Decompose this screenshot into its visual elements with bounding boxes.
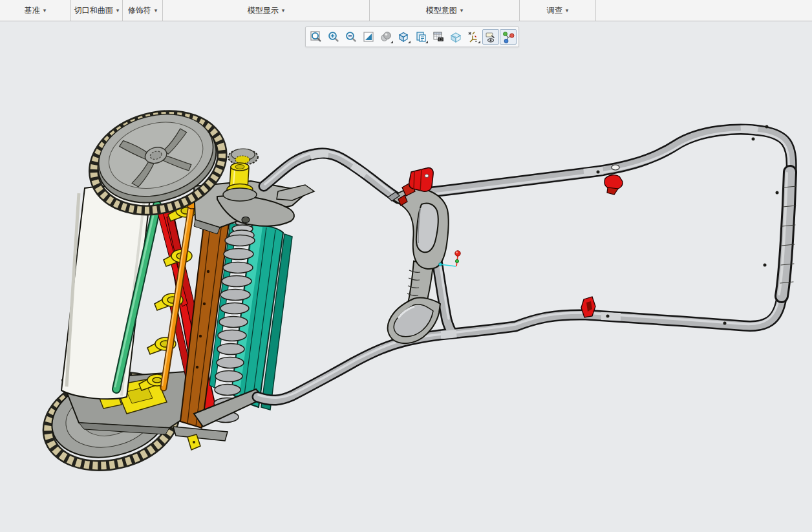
tube-sleeves: [310, 129, 758, 335]
zoom-in-button[interactable]: [325, 29, 342, 45]
ribbon-group-label: 基准: [25, 5, 40, 16]
chevron-down-icon: ▾: [566, 7, 569, 14]
repaint-button[interactable]: [360, 29, 377, 45]
spin-center-toggle[interactable]: [500, 29, 517, 45]
saved-views-button[interactable]: [412, 29, 429, 45]
chevron-down-icon: ▾: [43, 7, 47, 14]
tube-bolts: [597, 125, 779, 325]
chevron-down-icon: ▾: [460, 7, 464, 14]
shaded-sphere-icon: [379, 30, 392, 43]
display-style-button[interactable]: [395, 29, 412, 45]
ribbon-group-modifiers[interactable]: 修饰符 ▾: [123, 0, 163, 21]
spin-center-icon: [502, 30, 515, 43]
graphics-viewport[interactable]: [0, 21, 812, 532]
cad-application-window: 基准 ▾ 切口和曲面 ▾ 修饰符 ▾ 模型显示 ▾ 模型意图 ▾ 调查 ▾: [0, 0, 812, 532]
ribbon-group-label: 模型显示: [248, 5, 279, 16]
annotation-display-toggle[interactable]: [482, 29, 499, 45]
ribbon-group-label: 修饰符: [128, 5, 151, 16]
annotation-eye-icon: [484, 30, 497, 43]
in-graphics-toolbar: [305, 27, 519, 47]
ribbon-group-label: 模型意图: [426, 5, 457, 16]
ribbon-group-investigate[interactable]: 调查 ▾: [520, 0, 596, 21]
saved-view-list-icon: [414, 30, 427, 43]
datum-axes-icon: [467, 30, 480, 43]
ribbon-group-datum[interactable]: 基准 ▾: [0, 0, 71, 21]
zoom-in-icon: [327, 30, 340, 43]
ribbon-group-label: 切口和曲面: [74, 5, 113, 16]
shading-style-button[interactable]: [378, 29, 394, 45]
zoom-out-icon: [345, 30, 358, 43]
zoom-to-fit-icon: [310, 30, 323, 43]
repaint-icon: [362, 30, 375, 43]
axle-hub-assembly: [223, 149, 258, 201]
zoom-out-button[interactable]: [343, 29, 359, 45]
ribbon-group-model-intent[interactable]: 模型意图 ▾: [370, 0, 520, 21]
chevron-down-icon: ▾: [116, 7, 120, 14]
ribbon-group-model-display[interactable]: 模型显示 ▾: [163, 0, 370, 21]
ribbon-spacer: [596, 0, 812, 21]
chevron-down-icon: ▾: [282, 7, 285, 14]
view-manager-button[interactable]: [447, 29, 464, 45]
mower-assembly-model: [0, 21, 812, 532]
ribbon-group-label: 调查: [547, 5, 562, 16]
glass-cube-icon: [449, 30, 462, 43]
datum-display-filters-button[interactable]: [465, 29, 482, 45]
sleeve-hole: [612, 165, 619, 170]
ribbon-toolbar: 基准 ▾ 切口和曲面 ▾ 修饰符 ▾ 模型显示 ▾ 模型意图 ▾ 调查 ▾: [0, 0, 812, 21]
view-capture-button[interactable]: [430, 29, 447, 45]
table-camera-icon: [432, 30, 445, 43]
cube-icon: [397, 30, 410, 43]
ribbon-group-cut-and-surface[interactable]: 切口和曲面 ▾: [71, 0, 123, 21]
handle-clamp-top: [604, 175, 623, 195]
handle-loop-tube: [257, 129, 796, 400]
zoom-to-fit-button[interactable]: [308, 29, 325, 45]
chevron-down-icon: ▾: [155, 7, 158, 14]
